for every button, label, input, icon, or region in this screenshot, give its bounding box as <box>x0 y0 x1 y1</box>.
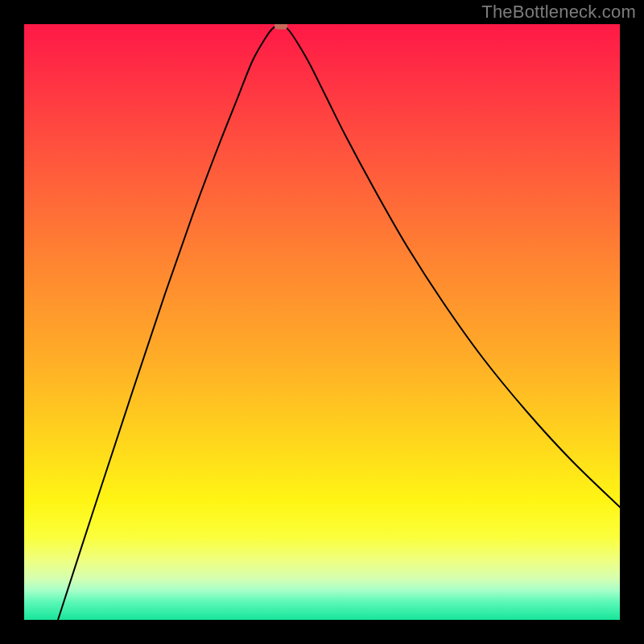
watermark-text: TheBottleneck.com <box>481 2 636 23</box>
chart-frame <box>24 24 620 620</box>
minimum-marker <box>275 24 287 30</box>
chart-background-gradient <box>24 24 620 620</box>
